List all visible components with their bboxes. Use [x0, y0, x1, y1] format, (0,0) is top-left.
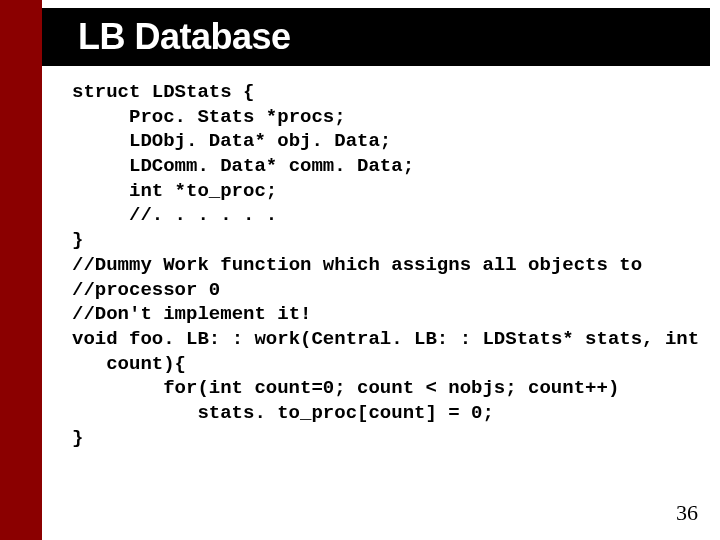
slide: LB Database struct LDStats {Proc. Stats …	[0, 0, 720, 540]
code-line: count){	[72, 352, 696, 377]
code-line: //Dummy Work function which assigns all …	[72, 253, 696, 278]
code-line: struct LDStats {	[72, 80, 696, 105]
code-line: Proc. Stats *procs;	[72, 105, 696, 130]
slide-title: LB Database	[78, 16, 291, 58]
code-line: }	[72, 228, 696, 253]
code-line: //processor 0	[72, 278, 696, 303]
code-line: LDObj. Data* obj. Data;	[72, 129, 696, 154]
sidebar-decoration	[0, 0, 42, 540]
code-line: }	[72, 426, 696, 451]
code-line: LDComm. Data* comm. Data;	[72, 154, 696, 179]
code-line: //. . . . . .	[72, 203, 696, 228]
code-block: struct LDStats {Proc. Stats *procs;LDObj…	[72, 80, 696, 450]
code-line: int *to_proc;	[72, 179, 696, 204]
title-bar: LB Database	[42, 8, 710, 66]
code-line: //Don't implement it!	[72, 302, 696, 327]
code-line: stats. to_proc[count] = 0;	[72, 401, 696, 426]
code-line: for(int count=0; count < nobjs; count++)	[72, 376, 696, 401]
code-line: void foo. LB: : work(Central. LB: : LDSt…	[72, 327, 696, 352]
page-number: 36	[676, 500, 698, 526]
